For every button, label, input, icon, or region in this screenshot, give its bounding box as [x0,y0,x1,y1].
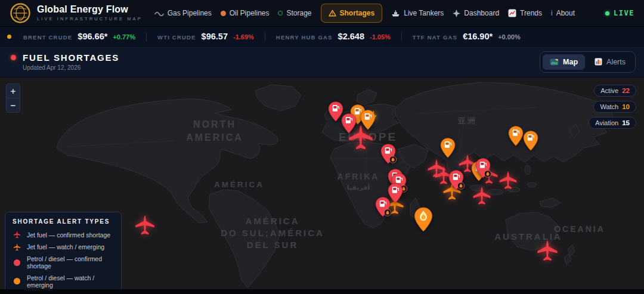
map-label-asia: 亚洲 [457,116,477,125]
globe-logo-icon [10,2,31,24]
map-label-america-c: AMÉRICA [214,180,264,189]
marker-flame-pin-orange[interactable] [414,207,434,233]
marker-plane-red[interactable] [536,239,559,262]
marker-pin-orange[interactable] [440,138,456,159]
zoom-out-button[interactable]: − [7,98,20,112]
bottom-strip [0,289,644,294]
live-indicator: LIVE [605,9,634,17]
marker-pin-orange[interactable] [523,131,539,151]
wave-icon [154,11,164,16]
live-dot-icon [605,11,609,16]
oil-dot-icon [221,11,226,16]
legend-item-petrol-watch: Petrol / diesel — watch / emerging [13,274,114,289]
jet-orange-icon [13,243,21,251]
app-title: Global Energy Flow [37,5,143,15]
marker-pin-red[interactable] [448,170,465,191]
marker-plane-red[interactable] [499,171,518,190]
map-label-america-n: AMERICA [186,132,243,143]
marker-plane-red[interactable] [472,186,492,206]
nav-trends[interactable]: Trends [508,9,542,17]
info-icon: i [551,9,553,17]
nav-shortages[interactable]: Shortages [321,4,383,23]
marker-pin-red[interactable] [341,113,357,134]
ticker-wti: WTI CRUDE $96.57 -1.69% [157,32,254,41]
nav-live-tankers[interactable]: Live Tankers [391,9,444,17]
map-label-north: NORTH [193,119,236,129]
trend-chart-icon [508,9,516,17]
marker-pin-orange[interactable] [508,126,524,147]
map-label-africa-arabic: أفريقيا [347,183,370,191]
watch-count-badge[interactable]: Watch10 [593,101,636,113]
marker-pin-red[interactable] [375,197,391,218]
price-ticker: BRENT CRUDE $96.66* +0.77% WTI CRUDE $96… [0,27,644,47]
zoom-controls: + − [6,83,20,113]
nav-oil-pipelines[interactable]: Oil Pipelines [221,9,270,17]
storage-ring-icon [278,11,283,16]
nav-storage[interactable]: Storage [278,9,311,17]
alerts-view-button[interactable]: Alerts [587,54,633,70]
marker-pin-orange[interactable] [360,110,376,131]
view-toggle: Map Alerts [540,51,636,73]
ticker-ttf: TTF NAT GAS €16.90* +0.00% [413,32,521,41]
orange-dot-icon [13,278,21,284]
map-label-afrika: AFRIKA [338,172,380,181]
compass-diamond-icon [453,10,460,17]
red-dot-icon [13,259,21,266]
app-subtitle: LIVE INFRASTRUCTURE MAP [37,16,143,21]
count-badges: Active22 Watch10 Aviation15 [589,85,636,129]
ticker-separator [401,32,402,41]
brand: Global Energy Flow LIVE INFRASTRUCTURE M… [10,2,143,24]
aviation-count-badge[interactable]: Aviation15 [589,117,636,129]
jet-red-icon [13,231,21,239]
ticker-dot-icon [7,35,11,39]
ship-icon [391,10,400,17]
legend-item-petrol-confirmed: Petrol / diesel — confirmed shortage [13,255,114,270]
world-map[interactable]: NORTH AMERICA EUROPE AFRIKA أفريقيا AMÉR… [0,78,644,289]
nav-dashboard[interactable]: Dashboard [453,9,499,17]
ticker-henry-hub: HENRY HUB GAS $2.648 -1.05% [276,32,391,41]
marker-plane-red[interactable] [134,214,156,236]
app-window: Global Energy Flow LIVE INFRASTRUCTURE M… [0,0,644,294]
main-nav: Gas Pipelines Oil Pipelines Storage Shor… [154,4,575,23]
ticker-separator [265,32,265,41]
legend-title: SHORTAGE ALERT TYPES [13,218,114,225]
map-label-oceania: OCEANIA [554,224,605,234]
ticker-separator [146,32,147,41]
map-label-sa3: DEL SUR [247,240,299,250]
top-navbar: Global Energy Flow LIVE INFRASTRUCTURE M… [0,0,644,27]
warning-triangle-icon [329,10,336,17]
legend-item-jet-confirmed: Jet fuel — confirmed shortage [13,231,114,239]
zoom-in-button[interactable]: + [7,84,20,98]
map-label-sa1: AMÉRICA [246,216,300,226]
marker-pin-red[interactable] [475,158,491,179]
ticker-brent: BRENT CRUDE $96.66* +0.77% [23,32,135,41]
nav-about[interactable]: i About [551,9,575,17]
legend-item-jet-watch: Jet fuel — watch / emerging [13,243,114,251]
legend-panel: SHORTAGE ALERT TYPES Jet fuel — confirme… [5,212,122,289]
page-title: FUEL SHORTAGES [23,52,119,63]
bar-chart-icon [595,58,602,66]
active-count-badge[interactable]: Active22 [594,85,636,97]
marker-pin-red[interactable] [380,144,397,165]
map-view-button[interactable]: Map [543,54,585,70]
updated-timestamp: Updated Apr 12, 2026 [23,64,119,71]
red-status-dot-icon [11,55,16,60]
page-header: FUEL SHORTAGES Updated Apr 12, 2026 Map [0,47,644,78]
map-icon [550,58,559,66]
nav-gas-pipelines[interactable]: Gas Pipelines [154,9,212,17]
map-label-sa2: DO SUL;AMÉRICA [221,228,324,238]
